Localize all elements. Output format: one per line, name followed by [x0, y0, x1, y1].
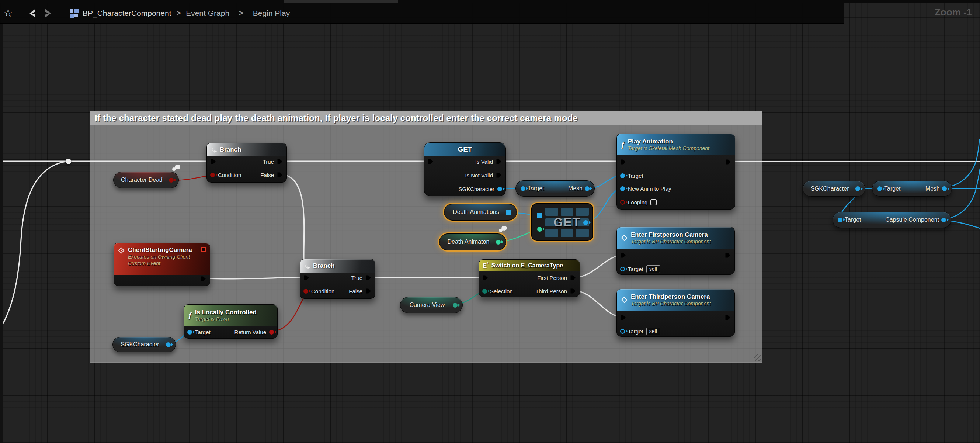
branch2-false-pin[interactable]: False: [349, 286, 372, 296]
variable-camera-view[interactable]: Camera View: [400, 297, 463, 313]
branch1-header[interactable]: Branch: [207, 143, 286, 156]
get-exec-in-pin[interactable]: [428, 157, 434, 166]
object-pin-icon[interactable]: [941, 218, 946, 222]
arrayget-out-pin[interactable]: [583, 218, 588, 227]
object-pin-icon[interactable]: [166, 342, 171, 347]
function-icon: ƒ: [620, 140, 625, 149]
comment-bubble-icon[interactable]: [498, 226, 508, 234]
wire-exec-reroute-down[interactable]: [0, 161, 68, 329]
switch-thirdperson-pin[interactable]: Third Person: [535, 286, 576, 296]
play-exec-in-pin[interactable]: [620, 157, 627, 167]
islocally-target-pin[interactable]: Target: [187, 327, 210, 337]
switch-selection-pin[interactable]: Selection: [482, 286, 513, 296]
branch-node-1[interactable]: Branch True Condition False: [207, 143, 287, 183]
event-exec-out-pin[interactable]: [200, 274, 207, 284]
enter-thirdperson-camera-node[interactable]: Enter Thirdperson Camera Target is BP Ch…: [616, 289, 735, 337]
blueprint-graph-canvas[interactable]: If the character stated dead play the de…: [0, 0, 980, 443]
play-animation-header[interactable]: ƒ Play Animation Target is Skeletal Mesh…: [617, 134, 735, 155]
get-sgkcharacter-pin[interactable]: SGKCharacter: [458, 184, 502, 194]
enterthird-exec-in-pin[interactable]: [620, 313, 627, 322]
get-isvalid-pin[interactable]: Is Valid: [475, 157, 502, 166]
breadcrumb-leaf[interactable]: Begin Play: [253, 9, 290, 18]
wire-exec-first-person[interactable]: [574, 255, 623, 277]
switch-firstperson-pin[interactable]: First Person: [537, 273, 576, 282]
variable-death-animations[interactable]: Death Animations: [444, 204, 517, 220]
int-pin-icon[interactable]: [496, 240, 501, 245]
array-get-node[interactable]: GET: [532, 204, 593, 241]
variable-sgkcharacter[interactable]: SGKCharacter: [113, 337, 176, 352]
forward-button[interactable]: [40, 5, 56, 21]
enterthird-target-pin[interactable]: Target self: [620, 327, 660, 336]
get-mesh-compact-node-right[interactable]: Target Mesh: [872, 181, 952, 197]
back-button[interactable]: [24, 5, 40, 21]
branch2-true-pin[interactable]: True: [352, 273, 372, 282]
forward-arrow-icon: [43, 8, 54, 18]
exec-pin-icon: [725, 315, 731, 320]
array-pin-icon[interactable]: [506, 210, 511, 215]
object-pin-icon[interactable]: [838, 218, 843, 222]
enter-first-header[interactable]: Enter Firstperson Camera Target is BP Ch…: [617, 227, 735, 249]
reroute-node[interactable]: [66, 159, 71, 164]
comment-bubble-icon[interactable]: [172, 164, 181, 173]
object-pin-icon[interactable]: [855, 186, 860, 191]
enter-firstperson-camera-node[interactable]: Enter Firstperson Camera Target is BP Ch…: [616, 227, 735, 275]
branch-node-2[interactable]: Branch True Condition False: [300, 259, 375, 299]
branch1-false-pin[interactable]: False: [260, 170, 283, 180]
validated-get-node[interactable]: GET Is Valid Is Not Valid SGKCharacter: [424, 142, 506, 196]
enterthird-exec-out-pin[interactable]: [725, 313, 731, 322]
self-default-value[interactable]: self: [646, 328, 660, 335]
pin-label: Selection: [490, 288, 513, 294]
enterfirst-target-pin[interactable]: Target self: [620, 264, 660, 274]
play-newanim-pin[interactable]: New Anim to Play: [620, 184, 671, 193]
variable-character-dead[interactable]: Character Dead: [113, 172, 179, 188]
arrayget-index-pin[interactable]: [537, 224, 542, 234]
branch2-exec-in-pin[interactable]: [304, 273, 310, 282]
enterfirst-exec-out-pin[interactable]: [725, 250, 731, 260]
looping-checkbox[interactable]: [651, 199, 657, 206]
get-isnotvalid-pin[interactable]: Is Not Valid: [465, 171, 502, 180]
switch-header[interactable]: E* Switch on E_CameraType: [479, 260, 580, 271]
play-looping-pin[interactable]: Looping: [620, 198, 657, 207]
play-target-pin[interactable]: Target: [620, 171, 643, 180]
branch1-exec-in-pin[interactable]: [210, 157, 216, 166]
enter-third-header[interactable]: Enter Thirdperson Camera Target is BP Ch…: [617, 289, 735, 311]
enterfirst-exec-in-pin[interactable]: [620, 250, 627, 260]
event-call-icon: [620, 296, 628, 304]
arrayget-array-pin[interactable]: [537, 211, 542, 221]
pure-function-header[interactable]: ƒ Is Locally Controlled Target is Pawn: [184, 305, 277, 326]
get-capsule-compact-node[interactable]: Target Capsule Component: [832, 212, 951, 228]
blueprint-asset-icon: [69, 8, 79, 18]
toolbar-separator: [60, 3, 60, 24]
enum-pin-icon[interactable]: [453, 303, 458, 308]
self-default-value[interactable]: self: [646, 265, 660, 273]
object-pin-icon[interactable]: [877, 186, 882, 191]
is-locally-controlled-node[interactable]: ƒ Is Locally Controlled Target is Pawn T…: [184, 304, 278, 339]
branch2-header[interactable]: Branch: [300, 259, 375, 272]
event-node-header[interactable]: ClientStartingCamera Executes on Owning …: [114, 243, 210, 275]
branch2-condition-pin[interactable]: Condition: [304, 286, 334, 296]
islocally-return-pin[interactable]: Return Value: [234, 327, 274, 337]
object-pin-icon[interactable]: [942, 186, 947, 191]
variable-death-animaton[interactable]: Death Animaton: [439, 234, 506, 250]
switch-exec-in-pin[interactable]: [482, 273, 488, 282]
client-starting-camera-node[interactable]: ClientStartingCamera Executes on Owning …: [113, 243, 210, 286]
branch1-condition-pin[interactable]: Condition: [210, 170, 241, 180]
breadcrumb-graph[interactable]: Event Graph: [186, 9, 229, 18]
breadcrumb-asset[interactable]: BP_CharacterComponent: [83, 9, 171, 18]
play-animation-node[interactable]: ƒ Play Animation Target is Skeletal Mesh…: [616, 134, 735, 210]
get-node-header[interactable]: GET: [424, 143, 506, 156]
node-subtitle: Target is BP Character Component: [631, 301, 711, 307]
bool-pin-icon[interactable]: [169, 178, 173, 183]
favorite-button[interactable]: ☆: [0, 5, 16, 21]
object-pin-icon[interactable]: [520, 186, 525, 191]
variable-label: Character Dead: [118, 177, 165, 183]
get-mesh-compact-node[interactable]: Target Mesh: [515, 180, 595, 197]
branch-icon: [304, 263, 310, 269]
play-exec-out-pin[interactable]: [725, 157, 732, 167]
branch1-true-pin[interactable]: True: [263, 157, 283, 166]
wire-exec-third-person[interactable]: [574, 291, 623, 317]
variable-sgkcharacter-right[interactable]: SGKCharacter: [803, 181, 865, 197]
switch-camera-type-node[interactable]: E* Switch on E_CameraType First Person S…: [479, 259, 580, 297]
object-pin-icon[interactable]: [585, 186, 590, 191]
wire-exec-event-to-branch2[interactable]: [202, 277, 305, 279]
